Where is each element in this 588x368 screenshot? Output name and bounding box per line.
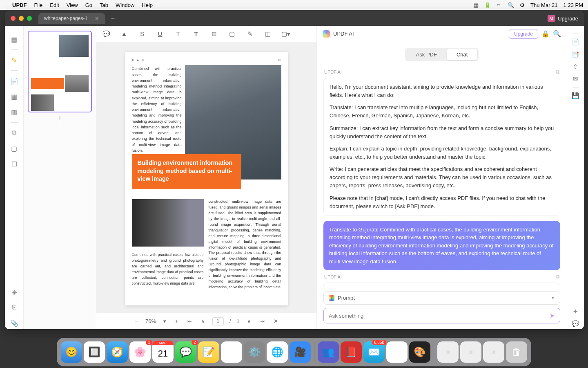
teams-icon[interactable]: 👥 (318, 341, 339, 363)
convert-icon[interactable]: 📑 (570, 49, 581, 60)
page-heading: Building environment information modelin… (132, 154, 241, 189)
redact-icon[interactable]: ▥ (8, 106, 20, 118)
new-tab-button[interactable]: ＋ (110, 15, 116, 22)
next-page-button[interactable]: ∨ (245, 317, 253, 325)
tray-icon[interactable]: ▦ (474, 2, 479, 8)
ask-input[interactable] (329, 313, 546, 319)
menu-window[interactable]: Window (116, 2, 134, 8)
tab-close-icon[interactable]: ✕ (95, 16, 99, 22)
send-icon[interactable]: ➤ (550, 312, 555, 319)
close-footer-button[interactable]: ✕ (272, 317, 280, 325)
ai-message: Hello, I'm your document assistant, aimi… (323, 78, 560, 216)
chrome-icon[interactable]: 🌐 (267, 341, 288, 363)
bookmark-icon[interactable]: ⎘ (8, 301, 20, 314)
note-icon[interactable]: 💬 (101, 29, 111, 39)
control-center-icon[interactable]: ⚙ (520, 2, 525, 8)
reader-icon[interactable]: ▤ (8, 33, 20, 45)
page-thumbnail[interactable] (28, 31, 92, 112)
first-page-button[interactable]: ⇤ (186, 317, 194, 325)
ai-search-icon[interactable]: 🔍 (553, 30, 561, 38)
settings-icon[interactable]: ⚙️ (244, 341, 265, 363)
minimized-window-2[interactable]: ▫️ (460, 341, 481, 363)
safari-icon[interactable]: 🧭 (107, 341, 128, 363)
ai-chat-body[interactable]: UPDF AI⧉ Hello, I'm your document assist… (317, 65, 567, 287)
menu-view[interactable]: View (67, 2, 78, 8)
calendar-icon[interactable]: MAR21 (152, 341, 174, 363)
launchpad-icon[interactable]: 🔲 (84, 341, 105, 363)
document-tab[interactable]: whitepaper-pages-1 ✕ (38, 13, 105, 24)
mail-icon[interactable]: ✉️6,850 (363, 341, 385, 363)
zoom-icon[interactable]: 🎥 (290, 341, 311, 363)
callout-icon[interactable]: ▢ (227, 29, 237, 39)
attachment-icon[interactable]: 📎 (8, 317, 20, 329)
photos-icon[interactable]: 🌸1 (129, 341, 151, 363)
ai-upgrade-button[interactable]: Upgrade (509, 29, 538, 39)
save-icon[interactable]: 💾 (570, 90, 581, 101)
battery-icon[interactable]: 🔋 (484, 2, 491, 8)
lock-icon[interactable]: 🔒 (541, 30, 550, 38)
prompt-dropdown[interactable]: Prompt ▼ (323, 291, 560, 305)
tab-chat[interactable]: Chat (447, 49, 477, 60)
minimized-window-1[interactable]: ▫️ (437, 341, 459, 363)
prev-page-button[interactable]: ∧ (199, 317, 207, 325)
edit-icon[interactable]: 📄 (8, 75, 20, 87)
tab-ask-pdf[interactable]: Ask PDF (406, 49, 447, 60)
feedback-icon[interactable]: 💬 (570, 319, 581, 329)
menubar-date[interactable]: Thu Mar 21 (530, 2, 557, 8)
email-icon[interactable]: ✉ (570, 74, 581, 84)
minimized-window-3[interactable]: ▫️ (483, 341, 504, 363)
last-page-button[interactable]: ⇥ (258, 317, 266, 325)
menu-tab[interactable]: Tab (100, 2, 108, 8)
comment-icon[interactable]: ✎ (8, 54, 20, 66)
zoom-in-button[interactable]: + (174, 317, 180, 325)
textbox-icon[interactable]: ⊞ (209, 29, 219, 39)
traffic-lights[interactable] (11, 16, 32, 21)
ask-input-wrapper[interactable]: ➤ (323, 308, 560, 323)
eraser-icon[interactable]: ◫ (263, 29, 273, 39)
zoom-dropdown[interactable]: ▾ (162, 317, 168, 325)
app-icon-1[interactable]: 🅼 (221, 341, 242, 363)
copy-icon-2[interactable]: ⧉ (556, 274, 559, 280)
app-name[interactable]: UPDF (12, 2, 27, 8)
page-viewport[interactable]: ■ ▲ ●12 Combined with practical cases, t… (96, 42, 316, 313)
trash-icon[interactable]: 🗑 (506, 341, 527, 363)
notes-icon[interactable]: 📝 (198, 341, 219, 363)
strikeout-icon[interactable]: S (137, 29, 147, 39)
search-icon[interactable]: 🔍 (508, 2, 514, 8)
crop-icon[interactable]: ⧉ (8, 127, 20, 139)
menu-go[interactable]: Go (85, 2, 92, 8)
highlight-icon[interactable]: ▲ (119, 29, 129, 39)
zoom-icon[interactable] (27, 16, 32, 21)
page-input[interactable] (212, 317, 224, 325)
zoom-out-button[interactable]: − (133, 317, 140, 325)
pencil-icon[interactable]: ✎ (245, 29, 255, 39)
page-footer: − 76% ▾ + ⇤ ∧ / 1 ∨ ⇥ ✕ (96, 313, 316, 329)
export-icon[interactable]: 📄 (570, 37, 581, 47)
wifi-icon[interactable]: ᯤ (497, 2, 502, 8)
menubar-time[interactable]: 1:23 PM (564, 2, 583, 8)
messages-icon[interactable]: 💬2 (175, 341, 196, 363)
layers-icon[interactable]: ◈ (8, 286, 20, 298)
ocr-icon[interactable]: ▢ (8, 142, 20, 155)
app-icon-2[interactable]: 🎨 (409, 341, 430, 363)
menu-edit[interactable]: Edit (50, 2, 59, 8)
organize-icon[interactable]: ▦ (8, 90, 20, 103)
form-icon[interactable]: ☐ (8, 158, 20, 170)
close-icon[interactable] (11, 16, 16, 21)
menu-file[interactable]: File (34, 2, 42, 8)
preview-icon[interactable]: 🖼 (386, 341, 408, 363)
finder-icon[interactable]: 😊 (61, 341, 82, 363)
underline-icon[interactable]: U (155, 29, 165, 39)
upgrade-button-top[interactable]: M Upgrade (548, 15, 578, 22)
ai-toggle-icon[interactable]: ✦ (570, 306, 581, 317)
thumbnail-number: 1 (28, 116, 92, 121)
menu-help[interactable]: Help (142, 2, 153, 8)
minimize-icon[interactable] (19, 16, 24, 21)
stamp-icon[interactable]: ▢▾ (281, 29, 291, 39)
copy-icon[interactable]: ⧉ (556, 69, 559, 75)
text-icon[interactable]: T (191, 29, 201, 39)
squiggly-icon[interactable]: T (173, 29, 183, 39)
share-icon[interactable]: ⇧ (570, 61, 581, 72)
acrobat-icon[interactable]: 📕 (341, 341, 362, 363)
zoom-pct[interactable]: 76% (145, 318, 156, 324)
